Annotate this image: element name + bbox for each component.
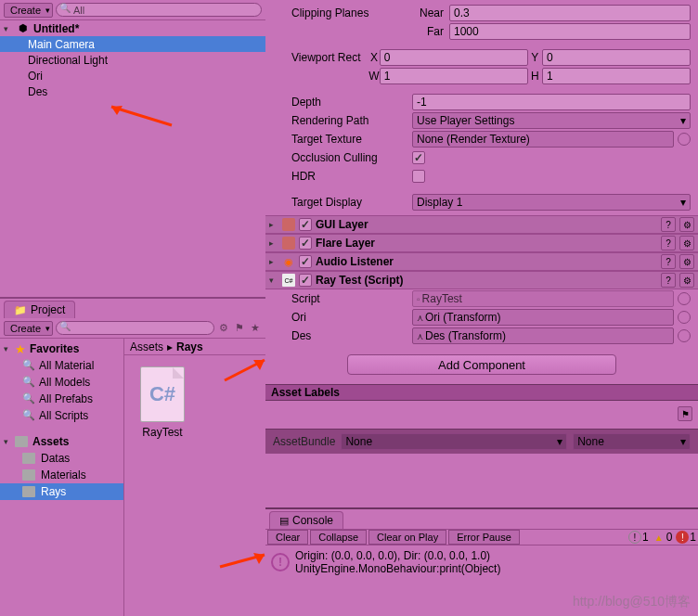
- far-label: Far: [412, 25, 449, 38]
- ori-field[interactable]: ⋏Ori (Transform): [412, 309, 674, 326]
- near-field[interactable]: [449, 5, 691, 21]
- script-label: Script: [273, 292, 412, 305]
- clear-button[interactable]: Clear: [267, 530, 308, 545]
- flare-layer-enabled-checkbox[interactable]: [299, 237, 312, 250]
- filter-icon-3[interactable]: ★: [249, 322, 262, 335]
- hdr-label: HDR: [273, 170, 412, 183]
- project-create-button[interactable]: Create: [4, 321, 53, 336]
- favorite-item[interactable]: 🔍All Prefabs: [0, 391, 123, 407]
- warn-counter[interactable]: ▲0: [653, 531, 673, 544]
- help-icon[interactable]: ?: [661, 236, 676, 250]
- label-icon[interactable]: ⚑: [678, 406, 692, 421]
- asset-bundle-footer: AssetBundle None None: [265, 429, 698, 454]
- vr-h-label: H: [528, 70, 542, 83]
- rendering-path-label: Rendering Path: [273, 114, 412, 127]
- favorite-item[interactable]: 🔍All Material: [0, 357, 123, 374]
- object-picker-icon[interactable]: [678, 329, 691, 342]
- flare-layer-component[interactable]: ▸ Flare Layer ? ⚙: [265, 234, 698, 252]
- gear-icon[interactable]: ⚙: [679, 236, 694, 250]
- console-tabs: ▤ Console: [265, 509, 698, 529]
- project-search-input[interactable]: [56, 321, 214, 335]
- error-counter[interactable]: !1: [676, 531, 696, 544]
- object-picker-icon[interactable]: [678, 133, 691, 146]
- vr-w-field[interactable]: [380, 68, 528, 84]
- rendering-path-dropdown[interactable]: Use Player Settings: [412, 112, 691, 129]
- console-message[interactable]: ! Origin: (0.0, 0.0, 0.0), Dir: (0.0, 0.…: [265, 545, 698, 579]
- info-icon: !: [271, 553, 290, 571]
- watermark: http://blog@510博客: [573, 594, 691, 610]
- grid-item-raytest[interactable]: C# RayTest: [130, 361, 195, 610]
- target-display-dropdown[interactable]: Display 1: [412, 194, 691, 211]
- vr-y-field[interactable]: [542, 49, 691, 66]
- folder-icon: [22, 486, 35, 497]
- filter-icon-2[interactable]: ⚑: [233, 322, 246, 335]
- project-tab[interactable]: 📁 Project: [4, 301, 75, 318]
- filter-icon-1[interactable]: ⚙: [217, 322, 230, 335]
- vr-w-label: W: [368, 70, 380, 83]
- favorite-item[interactable]: 🔍All Scripts: [0, 407, 123, 424]
- error-pause-button[interactable]: Error Pause: [448, 530, 520, 545]
- folder-icon: 📁: [14, 304, 27, 316]
- occlusion-culling-label: Occlusion Culling: [273, 151, 412, 164]
- far-field[interactable]: [449, 23, 691, 40]
- add-component-button[interactable]: Add Component: [347, 354, 616, 375]
- des-label: Des: [273, 329, 412, 342]
- folder-item[interactable]: Rays: [0, 483, 123, 500]
- breadcrumb: Assets ▸ Rays: [124, 339, 265, 355]
- project-toolbar: Create ⚙ ⚑ ★: [0, 318, 265, 339]
- breadcrumb-root[interactable]: Assets: [130, 340, 163, 353]
- project-tree: ▾ ★ Favorites 🔍All Material🔍All Models🔍A…: [0, 339, 124, 616]
- clear-on-play-button[interactable]: Clear on Play: [368, 530, 446, 545]
- transform-icon: ⋏: [417, 313, 423, 323]
- gear-icon[interactable]: ⚙: [679, 254, 694, 269]
- favorite-item[interactable]: 🔍All Models: [0, 374, 123, 391]
- csharp-script-icon: C#: [140, 366, 185, 422]
- target-texture-label: Target Texture: [273, 133, 412, 146]
- target-display-label: Target Display: [273, 196, 412, 209]
- help-icon[interactable]: ?: [661, 273, 676, 288]
- info-counter[interactable]: !1: [628, 531, 649, 544]
- help-icon[interactable]: ?: [661, 254, 676, 269]
- vr-h-field[interactable]: [542, 68, 691, 84]
- asset-grid[interactable]: C# RayTest: [124, 355, 265, 616]
- vr-x-field[interactable]: [380, 49, 528, 66]
- depth-label: Depth: [273, 96, 412, 109]
- grid-item-label: RayTest: [142, 426, 182, 439]
- scene-row[interactable]: ▾ ⬢ Untitled*: [0, 20, 265, 36]
- hierarchy-item[interactable]: Ori: [0, 68, 265, 83]
- collapse-button[interactable]: Collapse: [310, 530, 367, 545]
- hierarchy-item[interactable]: Directional Light: [0, 52, 265, 68]
- hierarchy-item[interactable]: Main Camera: [0, 36, 265, 52]
- object-picker-icon[interactable]: [678, 292, 691, 305]
- assets-header[interactable]: ▾ Assets: [0, 433, 123, 450]
- project-tabs: 📁 Project: [0, 299, 265, 318]
- ray-test-component[interactable]: ▾ C# Ray Test (Script) ? ⚙: [265, 271, 698, 289]
- audio-listener-enabled-checkbox[interactable]: [299, 255, 312, 268]
- ray-test-enabled-checkbox[interactable]: [299, 274, 312, 287]
- breadcrumb-current[interactable]: Rays: [176, 340, 203, 353]
- console-tab[interactable]: ▤ Console: [269, 511, 343, 529]
- target-texture-field[interactable]: None (Render Texture): [412, 131, 674, 148]
- favorites-header[interactable]: ▾ ★ Favorites: [0, 340, 123, 357]
- hdr-checkbox[interactable]: [412, 170, 425, 183]
- create-button[interactable]: Create: [4, 3, 53, 18]
- folder-item[interactable]: Datas: [0, 450, 123, 467]
- gui-layer-enabled-checkbox[interactable]: [299, 218, 312, 231]
- script-icon: C#: [282, 274, 295, 287]
- des-field[interactable]: ⋏Des (Transform): [412, 327, 674, 344]
- folder-item[interactable]: Materials: [0, 467, 123, 483]
- gear-icon[interactable]: ⚙: [679, 217, 694, 232]
- hierarchy-item[interactable]: Des: [0, 83, 265, 99]
- hierarchy-toolbar: Create All: [0, 0, 265, 20]
- asset-bundle-variant-dropdown[interactable]: None: [573, 433, 691, 450]
- project-panel: 📁 Project Create ⚙ ⚑ ★ ▾ ★ Favorites 🔍Al…: [0, 297, 265, 616]
- help-icon[interactable]: ?: [661, 217, 676, 232]
- audio-listener-component[interactable]: ▸ ◉ Audio Listener ? ⚙: [265, 252, 698, 271]
- gear-icon[interactable]: ⚙: [679, 273, 694, 288]
- depth-field[interactable]: [412, 94, 691, 110]
- hierarchy-search-input[interactable]: All: [56, 3, 262, 17]
- object-picker-icon[interactable]: [678, 311, 691, 324]
- gui-layer-component[interactable]: ▸ GUI Layer ? ⚙: [265, 215, 698, 234]
- occlusion-culling-checkbox[interactable]: [412, 151, 425, 164]
- asset-bundle-dropdown[interactable]: None: [341, 433, 567, 450]
